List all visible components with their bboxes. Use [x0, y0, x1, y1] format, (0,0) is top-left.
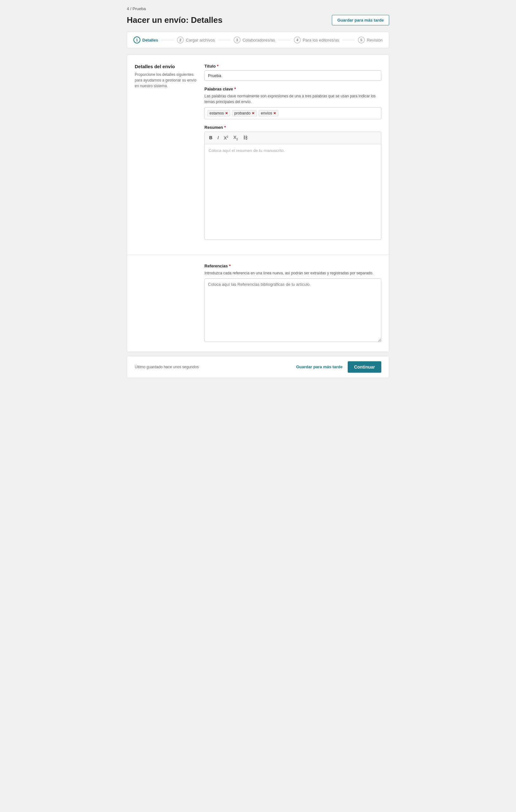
page-header: Hacer un envío: Detalles Guardar para má… [127, 15, 389, 25]
tag-estamos-remove[interactable]: ✕ [225, 112, 228, 115]
references-sidebar [135, 264, 205, 343]
footer-save-later-button[interactable]: Guardar para más tarde [296, 365, 343, 369]
steps-bar: 1 Detalles 2 Cargar archivos 3 Colaborad… [127, 32, 389, 48]
tag-probando-remove[interactable]: ✕ [252, 112, 254, 115]
rte-superscript-button[interactable]: X2 [222, 134, 230, 142]
references-description: Introduzca cada referencia en una línea … [205, 270, 381, 276]
rte-toolbar: B I X2 X2 ⛓ [205, 132, 381, 144]
tag-envios-remove[interactable]: ✕ [273, 112, 276, 115]
step-2[interactable]: 2 Cargar archivos [177, 36, 215, 44]
tag-envios-text: envíos [261, 111, 272, 115]
form-section-main: Detalles del envío Proporcione los detal… [127, 55, 389, 255]
step-3[interactable]: 3 Colaboradores/as [234, 36, 275, 44]
save-later-button-top[interactable]: Guardar para más tarde [332, 15, 389, 25]
breadcrumb-label: Prueba [132, 6, 146, 11]
step-5-label: Revisión [367, 38, 383, 42]
references-required: * [229, 264, 231, 268]
rte-subscript-button[interactable]: X2 [232, 134, 240, 142]
step-5-circle: 5 [358, 36, 365, 44]
page-footer: Último guardado hace unos segundos Guard… [127, 356, 389, 378]
breadcrumb-separator: / [130, 6, 131, 11]
form-card: Detalles del envío Proporcione los detal… [127, 55, 389, 352]
step-5[interactable]: 5 Revisión [358, 36, 383, 44]
footer-saved-text: Último guardado hace unos segundos [135, 365, 199, 369]
step-2-circle: 2 [177, 36, 184, 44]
keywords-tags-container[interactable]: estamos ✕ probando ✕ envíos ✕ [205, 107, 381, 119]
rte-bold-button[interactable]: B [207, 134, 214, 142]
form-section-references: Referencias * Introduzca cada referencia… [127, 255, 389, 352]
references-textarea[interactable] [205, 279, 381, 342]
rte-link-button[interactable]: ⛓ [241, 134, 249, 142]
step-1-circle: 1 [133, 36, 141, 44]
references-label: Referencias * [205, 264, 381, 268]
rte-italic-button[interactable]: I [215, 134, 221, 142]
title-label: Título * [205, 64, 381, 68]
tag-envios: envíos ✕ [259, 110, 278, 116]
step-3-label: Colaboradores/as [242, 38, 275, 42]
tag-probando: probando ✕ [232, 110, 257, 116]
page-title: Hacer un envío: Detalles [127, 15, 222, 25]
title-input[interactable] [205, 70, 381, 81]
title-required: * [217, 64, 218, 68]
references-content: Referencias * Introduzca cada referencia… [205, 264, 381, 343]
section-content: Título * Palabras clave * Las palabras c… [205, 64, 381, 245]
tag-estamos: estamos ✕ [207, 110, 230, 116]
section-sidebar-title: Detalles del envío [135, 64, 197, 69]
breadcrumb: 4 / Prueba [127, 6, 389, 11]
abstract-rte: B I X2 X2 ⛓ Coloca aquí el resumen de tu… [205, 132, 381, 240]
breadcrumb-number: 4 [127, 6, 129, 11]
section-sidebar-description: Proporcione los detalles siguientes para… [135, 72, 197, 89]
abstract-required: * [224, 125, 226, 130]
keywords-required: * [234, 87, 236, 91]
keywords-label: Palabras clave * [205, 87, 381, 91]
step-4-circle: 4 [294, 36, 301, 44]
tag-probando-text: probando [234, 111, 250, 115]
abstract-label: Resumen * [205, 125, 381, 130]
step-2-label: Cargar archivos [186, 38, 215, 42]
step-1[interactable]: 1 Detalles [133, 36, 158, 44]
step-4[interactable]: 4 Para los editores/as [294, 36, 339, 44]
tag-estamos-text: estamos [210, 111, 224, 115]
step-1-label: Detalles [142, 38, 158, 42]
section-sidebar: Detalles del envío Proporcione los detal… [135, 64, 205, 245]
step-3-circle: 3 [234, 36, 241, 44]
step-4-label: Para los editores/as [303, 38, 339, 42]
continue-button[interactable]: Continuar [348, 361, 381, 373]
keywords-description: Las palabras clave normalmente son expre… [205, 93, 381, 105]
abstract-body[interactable]: Coloca aquí el resumen de tu manuscrito. [205, 144, 381, 239]
